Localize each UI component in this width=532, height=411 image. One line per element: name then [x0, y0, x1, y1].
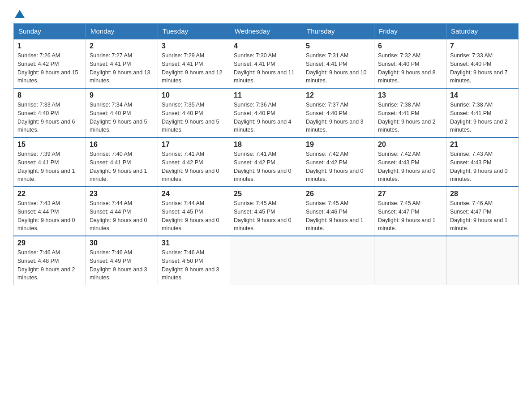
day-number: 12 — [306, 91, 370, 99]
day-number: 21 — [450, 141, 515, 149]
day-info: Sunrise: 7:33 AMSunset: 4:40 PMDaylight:… — [17, 101, 82, 134]
calendar-cell: 11Sunrise: 7:36 AMSunset: 4:40 PMDayligh… — [230, 88, 302, 137]
day-number: 28 — [450, 190, 515, 198]
header-wednesday: Wednesday — [230, 24, 302, 39]
calendar-cell: 22Sunrise: 7:43 AMSunset: 4:44 PMDayligh… — [14, 187, 86, 236]
calendar-cell: 16Sunrise: 7:40 AMSunset: 4:41 PMDayligh… — [86, 137, 158, 187]
day-info: Sunrise: 7:27 AMSunset: 4:41 PMDaylight:… — [90, 51, 154, 85]
day-number: 22 — [17, 190, 82, 198]
day-info: Sunrise: 7:35 AMSunset: 4:40 PMDaylight:… — [162, 101, 226, 134]
calendar-cell: 10Sunrise: 7:35 AMSunset: 4:40 PMDayligh… — [158, 88, 230, 137]
day-info: Sunrise: 7:33 AMSunset: 4:40 PMDaylight:… — [450, 51, 515, 85]
day-number: 29 — [17, 239, 82, 247]
calendar-header-row: SundayMondayTuesdayWednesdayThursdayFrid… — [14, 24, 519, 39]
day-info: Sunrise: 7:29 AMSunset: 4:41 PMDaylight:… — [162, 51, 226, 85]
day-info: Sunrise: 7:34 AMSunset: 4:40 PMDaylight:… — [90, 101, 154, 134]
calendar-cell: 8Sunrise: 7:33 AMSunset: 4:40 PMDaylight… — [14, 88, 86, 137]
week-row-4: 22Sunrise: 7:43 AMSunset: 4:44 PMDayligh… — [14, 187, 519, 236]
calendar-cell: 7Sunrise: 7:33 AMSunset: 4:40 PMDaylight… — [446, 39, 519, 88]
day-info: Sunrise: 7:46 AMSunset: 4:48 PMDaylight:… — [17, 248, 82, 282]
calendar-cell — [302, 236, 374, 285]
day-info: Sunrise: 7:39 AMSunset: 4:41 PMDaylight:… — [17, 150, 82, 184]
calendar-cell: 21Sunrise: 7:43 AMSunset: 4:43 PMDayligh… — [446, 137, 519, 187]
day-info: Sunrise: 7:41 AMSunset: 4:42 PMDaylight:… — [162, 150, 226, 184]
day-number: 10 — [162, 91, 226, 99]
day-info: Sunrise: 7:31 AMSunset: 4:41 PMDaylight:… — [306, 51, 370, 85]
day-info: Sunrise: 7:46 AMSunset: 4:49 PMDaylight:… — [90, 248, 154, 282]
header-monday: Monday — [86, 24, 158, 39]
page-header — [13, 9, 519, 19]
day-info: Sunrise: 7:32 AMSunset: 4:40 PMDaylight:… — [378, 51, 442, 85]
day-info: Sunrise: 7:43 AMSunset: 4:44 PMDaylight:… — [17, 199, 82, 233]
day-number: 16 — [90, 141, 154, 149]
logo-triangle-icon — [15, 9, 25, 19]
week-row-2: 8Sunrise: 7:33 AMSunset: 4:40 PMDaylight… — [14, 88, 519, 137]
day-number: 5 — [306, 42, 370, 50]
day-info: Sunrise: 7:45 AMSunset: 4:46 PMDaylight:… — [306, 199, 370, 233]
day-info: Sunrise: 7:40 AMSunset: 4:41 PMDaylight:… — [90, 150, 154, 184]
day-number: 31 — [162, 239, 226, 247]
calendar-cell: 12Sunrise: 7:37 AMSunset: 4:40 PMDayligh… — [302, 88, 374, 137]
day-number: 15 — [17, 141, 82, 149]
day-info: Sunrise: 7:46 AMSunset: 4:50 PMDaylight:… — [162, 248, 226, 282]
header-saturday: Saturday — [446, 24, 519, 39]
calendar-cell: 26Sunrise: 7:45 AMSunset: 4:46 PMDayligh… — [302, 187, 374, 236]
day-number: 30 — [90, 239, 154, 247]
day-info: Sunrise: 7:45 AMSunset: 4:47 PMDaylight:… — [378, 199, 442, 233]
day-number: 18 — [234, 141, 298, 149]
calendar-cell: 28Sunrise: 7:46 AMSunset: 4:47 PMDayligh… — [446, 187, 519, 236]
calendar-cell: 23Sunrise: 7:44 AMSunset: 4:44 PMDayligh… — [86, 187, 158, 236]
calendar-cell: 19Sunrise: 7:42 AMSunset: 4:42 PMDayligh… — [302, 137, 374, 187]
calendar-cell: 25Sunrise: 7:45 AMSunset: 4:45 PMDayligh… — [230, 187, 302, 236]
day-info: Sunrise: 7:26 AMSunset: 4:42 PMDaylight:… — [17, 51, 82, 85]
day-number: 17 — [162, 141, 226, 149]
day-number: 23 — [90, 190, 154, 198]
day-number: 20 — [378, 141, 442, 149]
day-info: Sunrise: 7:38 AMSunset: 4:41 PMDaylight:… — [450, 101, 515, 134]
calendar-cell: 1Sunrise: 7:26 AMSunset: 4:42 PMDaylight… — [14, 39, 86, 88]
calendar-cell — [374, 236, 446, 285]
calendar-cell: 31Sunrise: 7:46 AMSunset: 4:50 PMDayligh… — [158, 236, 230, 285]
day-info: Sunrise: 7:37 AMSunset: 4:40 PMDaylight:… — [306, 101, 370, 134]
day-number: 1 — [17, 42, 82, 50]
week-row-3: 15Sunrise: 7:39 AMSunset: 4:41 PMDayligh… — [14, 137, 519, 187]
svg-marker-0 — [15, 10, 25, 18]
day-info: Sunrise: 7:30 AMSunset: 4:41 PMDaylight:… — [234, 51, 298, 85]
calendar-table: SundayMondayTuesdayWednesdayThursdayFrid… — [13, 23, 519, 285]
calendar-cell: 27Sunrise: 7:45 AMSunset: 4:47 PMDayligh… — [374, 187, 446, 236]
week-row-1: 1Sunrise: 7:26 AMSunset: 4:42 PMDaylight… — [14, 39, 519, 88]
calendar-cell: 9Sunrise: 7:34 AMSunset: 4:40 PMDaylight… — [86, 88, 158, 137]
header-sunday: Sunday — [14, 24, 86, 39]
day-number: 26 — [306, 190, 370, 198]
calendar-cell — [230, 236, 302, 285]
day-number: 24 — [162, 190, 226, 198]
logo — [13, 9, 25, 19]
day-info: Sunrise: 7:42 AMSunset: 4:43 PMDaylight:… — [378, 150, 442, 184]
header-friday: Friday — [374, 24, 446, 39]
calendar-cell: 2Sunrise: 7:27 AMSunset: 4:41 PMDaylight… — [86, 39, 158, 88]
header-tuesday: Tuesday — [158, 24, 230, 39]
day-number: 9 — [90, 91, 154, 99]
calendar-cell: 6Sunrise: 7:32 AMSunset: 4:40 PMDaylight… — [374, 39, 446, 88]
calendar-cell: 3Sunrise: 7:29 AMSunset: 4:41 PMDaylight… — [158, 39, 230, 88]
calendar-cell: 14Sunrise: 7:38 AMSunset: 4:41 PMDayligh… — [446, 88, 519, 137]
calendar-cell: 13Sunrise: 7:38 AMSunset: 4:41 PMDayligh… — [374, 88, 446, 137]
calendar-cell: 5Sunrise: 7:31 AMSunset: 4:41 PMDaylight… — [302, 39, 374, 88]
day-number: 4 — [234, 42, 298, 50]
day-number: 11 — [234, 91, 298, 99]
day-number: 19 — [306, 141, 370, 149]
day-info: Sunrise: 7:42 AMSunset: 4:42 PMDaylight:… — [306, 150, 370, 184]
calendar-cell: 20Sunrise: 7:42 AMSunset: 4:43 PMDayligh… — [374, 137, 446, 187]
day-number: 7 — [450, 42, 515, 50]
day-info: Sunrise: 7:38 AMSunset: 4:41 PMDaylight:… — [378, 101, 442, 134]
calendar-cell — [446, 236, 519, 285]
day-info: Sunrise: 7:44 AMSunset: 4:45 PMDaylight:… — [162, 199, 226, 233]
day-number: 3 — [162, 42, 226, 50]
day-info: Sunrise: 7:45 AMSunset: 4:45 PMDaylight:… — [234, 199, 298, 233]
day-info: Sunrise: 7:36 AMSunset: 4:40 PMDaylight:… — [234, 101, 298, 134]
day-info: Sunrise: 7:46 AMSunset: 4:47 PMDaylight:… — [450, 199, 515, 233]
day-number: 13 — [378, 91, 442, 99]
day-number: 27 — [378, 190, 442, 198]
calendar-cell: 18Sunrise: 7:41 AMSunset: 4:42 PMDayligh… — [230, 137, 302, 187]
calendar-cell: 30Sunrise: 7:46 AMSunset: 4:49 PMDayligh… — [86, 236, 158, 285]
